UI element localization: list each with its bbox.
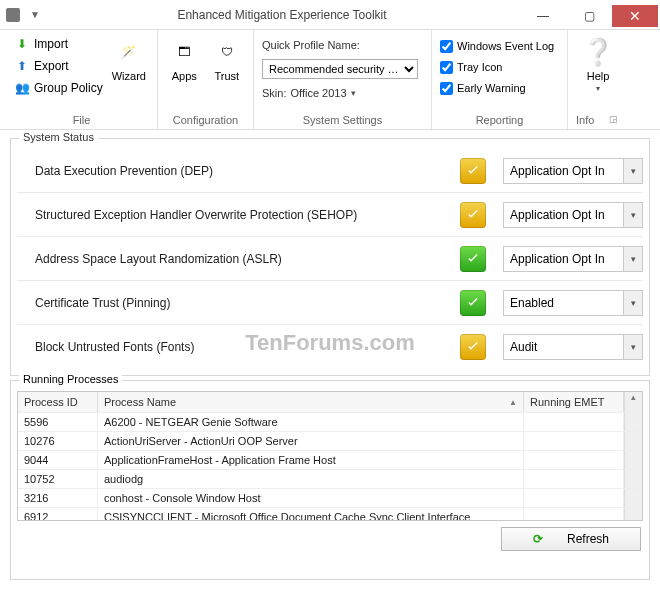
wizard-button[interactable]: 🪄 Wizard <box>109 34 149 82</box>
grid-header: Process ID Process Name▲ Running EMET ▴ <box>18 392 642 412</box>
table-row[interactable]: 9044ApplicationFrameHost - Application F… <box>18 450 642 469</box>
event-log-label: Windows Event Log <box>457 40 554 52</box>
scrollbar[interactable] <box>624 508 642 520</box>
import-icon: ⬇ <box>14 36 30 52</box>
col-process-id[interactable]: Process ID <box>18 392 98 412</box>
status-value: Application Opt In <box>503 246 623 272</box>
cell-emet <box>524 413 624 431</box>
col-process-name[interactable]: Process Name▲ <box>98 392 524 412</box>
ribbon-toggle-icon[interactable]: ▼ <box>26 9 44 20</box>
cell-emet <box>524 432 624 450</box>
scrollbar[interactable] <box>624 451 642 469</box>
apps-button[interactable]: 🗔 Apps <box>166 34 203 82</box>
ribbon-group-configuration: 🗔 Apps 🛡 Trust Configuration <box>158 30 254 129</box>
status-dropdown[interactable]: Application Opt In▾ <box>503 202 643 228</box>
tray-icon-checkbox[interactable]: Tray Icon <box>440 57 502 77</box>
wizard-label: Wizard <box>112 70 146 82</box>
apps-label: Apps <box>172 70 197 82</box>
status-dropdown[interactable]: Audit▾ <box>503 334 643 360</box>
check-icon <box>460 158 486 184</box>
status-label: Data Execution Prevention (DEP) <box>17 164 443 178</box>
export-button[interactable]: ⬆ Export <box>14 56 103 76</box>
import-button[interactable]: ⬇ Import <box>14 34 103 54</box>
group-syssettings-label: System Settings <box>262 112 423 129</box>
app-icon[interactable] <box>0 8 26 22</box>
scroll-up-icon[interactable]: ▴ <box>624 392 642 412</box>
scrollbar[interactable] <box>624 470 642 488</box>
table-row[interactable]: 5596A6200 - NETGEAR Genie Software <box>18 412 642 431</box>
early-warning-label: Early Warning <box>457 82 526 94</box>
wizard-icon: 🪄 <box>113 36 145 68</box>
cell-pid: 6912 <box>18 508 98 520</box>
status-label: Certificate Trust (Pinning) <box>17 296 443 310</box>
trust-label: Trust <box>214 70 239 82</box>
process-grid: Process ID Process Name▲ Running EMET ▴ … <box>17 391 643 521</box>
status-value: Enabled <box>503 290 623 316</box>
table-row[interactable]: 10752audiodg <box>18 469 642 488</box>
chevron-down-icon[interactable]: ▾ <box>623 202 643 228</box>
grid-body[interactable]: 5596A6200 - NETGEAR Genie Software10276A… <box>18 412 642 520</box>
status-icon <box>443 202 503 228</box>
close-button[interactable]: ✕ <box>612 5 658 27</box>
table-row[interactable]: 3216conhost - Console Window Host <box>18 488 642 507</box>
ribbon: ⬇ Import ⬆ Export 👥 Group Policy 🪄 Wizar… <box>0 30 660 130</box>
check-icon <box>460 202 486 228</box>
cell-emet <box>524 451 624 469</box>
cell-emet <box>524 470 624 488</box>
maximize-button[interactable]: ▢ <box>566 5 612 27</box>
status-dropdown[interactable]: Application Opt In▾ <box>503 158 643 184</box>
status-row: Address Space Layout Randomization (ASLR… <box>17 237 643 281</box>
skin-label: Skin: <box>262 87 286 99</box>
export-label: Export <box>34 59 69 73</box>
dialog-launcher-icon[interactable]: ◲ <box>609 114 620 126</box>
group-reporting-label: Reporting <box>440 112 559 129</box>
chevron-down-icon[interactable]: ▾ <box>623 290 643 316</box>
refresh-button[interactable]: ⟳ Refresh <box>501 527 641 551</box>
ribbon-group-file: ⬇ Import ⬆ Export 👥 Group Policy 🪄 Wizar… <box>6 30 158 129</box>
check-icon <box>460 246 486 272</box>
minimize-button[interactable]: — <box>520 5 566 27</box>
chevron-down-icon[interactable]: ▾ <box>623 334 643 360</box>
group-info-label: Info <box>576 114 594 126</box>
profile-label: Quick Profile Name: <box>262 39 360 51</box>
col-running-emet[interactable]: Running EMET <box>524 392 624 412</box>
event-log-checkbox[interactable]: Windows Event Log <box>440 36 554 56</box>
window-title: Enhanced Mitigation Experience Toolkit <box>44 8 520 22</box>
apps-icon: 🗔 <box>168 36 200 68</box>
status-label: Address Space Layout Randomization (ASLR… <box>17 252 443 266</box>
chevron-down-icon[interactable]: ▾ <box>596 84 600 93</box>
status-icon <box>443 334 503 360</box>
chevron-down-icon[interactable]: ▾ <box>623 246 643 272</box>
chevron-down-icon[interactable]: ▾ <box>351 88 356 98</box>
group-policy-label: Group Policy <box>34 81 103 95</box>
table-row[interactable]: 6912CSISYNCCLIENT - Microsoft Office Doc… <box>18 507 642 520</box>
refresh-label: Refresh <box>567 532 609 546</box>
help-button[interactable]: ❔ Help ▾ <box>576 34 620 93</box>
tray-icon-input[interactable] <box>440 61 453 74</box>
chevron-down-icon[interactable]: ▾ <box>623 158 643 184</box>
early-warning-input[interactable] <box>440 82 453 95</box>
status-icon <box>443 290 503 316</box>
system-status-group: System Status Data Execution Prevention … <box>10 138 650 376</box>
scrollbar[interactable] <box>624 413 642 431</box>
running-processes-legend: Running Processes <box>19 373 122 385</box>
early-warning-checkbox[interactable]: Early Warning <box>440 78 526 98</box>
trust-button[interactable]: 🛡 Trust <box>209 34 246 82</box>
status-dropdown[interactable]: Enabled▾ <box>503 290 643 316</box>
cell-emet <box>524 489 624 507</box>
scrollbar[interactable] <box>624 489 642 507</box>
cell-pid: 10276 <box>18 432 98 450</box>
group-policy-button[interactable]: 👥 Group Policy <box>14 78 103 98</box>
event-log-input[interactable] <box>440 40 453 53</box>
profile-select[interactable]: Recommended security … <box>262 59 418 79</box>
table-row[interactable]: 10276ActionUriServer - ActionUri OOP Ser… <box>18 431 642 450</box>
status-icon <box>443 158 503 184</box>
scrollbar[interactable] <box>624 432 642 450</box>
titlebar: ▼ Enhanced Mitigation Experience Toolkit… <box>0 0 660 30</box>
cell-name: CSISYNCCLIENT - Microsoft Office Documen… <box>98 508 524 520</box>
group-config-label: Configuration <box>166 112 245 129</box>
status-dropdown[interactable]: Application Opt In▾ <box>503 246 643 272</box>
cell-name: ActionUriServer - ActionUri OOP Server <box>98 432 524 450</box>
skin-value[interactable]: Office 2013 <box>290 87 346 99</box>
status-icon <box>443 246 503 272</box>
